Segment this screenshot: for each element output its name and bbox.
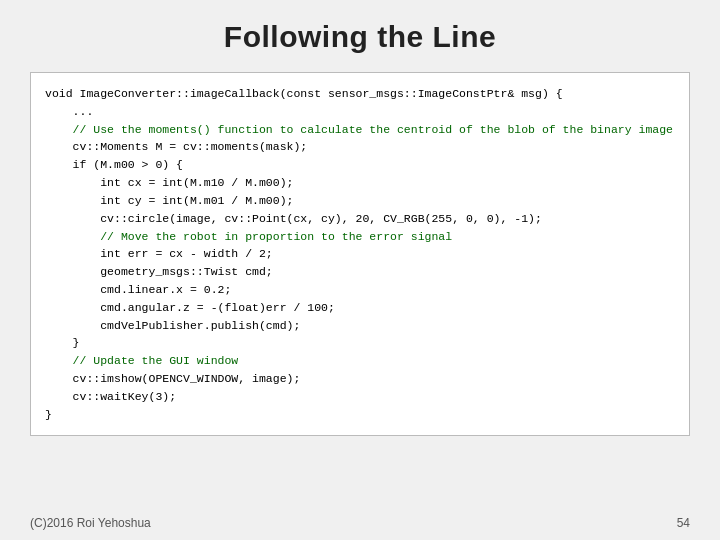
footer: (C)2016 Roi Yehoshua 54 [0, 516, 720, 530]
code-block: void ImageConverter::imageCallback(const… [30, 72, 690, 436]
slide-title: Following the Line [224, 20, 496, 54]
copyright-text: (C)2016 Roi Yehoshua [30, 516, 151, 530]
slide-container: Following the Line void ImageConverter::… [0, 0, 720, 540]
page-number: 54 [677, 516, 690, 530]
